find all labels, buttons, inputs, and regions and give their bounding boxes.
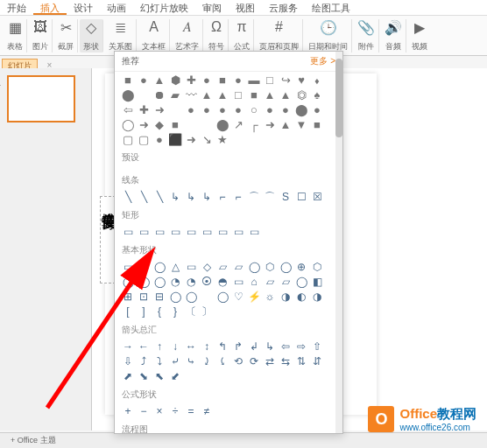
shape-item[interactable]: ◯ — [138, 276, 150, 288]
shape-item[interactable]: ↑ — [153, 340, 166, 353]
shape-item[interactable]: ☼ — [264, 290, 276, 303]
ribbon-关系图[interactable]: ≣关系图 — [105, 19, 137, 52]
shape-item[interactable]: ⦿ — [201, 276, 213, 288]
shape-item[interactable]: ⏣ — [295, 88, 307, 101]
shape-item[interactable]: ⊟ — [153, 290, 166, 303]
shape-item[interactable]: ● — [232, 74, 244, 86]
shape-item[interactable]: ⇆ — [279, 355, 292, 368]
shape-item[interactable]: S — [279, 191, 292, 203]
shape-item[interactable]: ↲ — [248, 340, 260, 353]
ribbon-公式[interactable]: π公式 — [230, 19, 254, 52]
shape-item[interactable]: ▭ — [216, 226, 229, 238]
shape-item[interactable]: ◇ — [201, 261, 213, 273]
shape-item[interactable]: ↕ — [201, 340, 213, 353]
shape-item[interactable]: ⊡ — [138, 290, 150, 303]
shape-item[interactable]: ♥ — [295, 74, 307, 86]
shape-item[interactable]: ⇄ — [264, 355, 276, 368]
shape-item[interactable]: ⤹ — [216, 355, 229, 368]
shape-item[interactable]: 〕 — [201, 305, 213, 318]
shape-item[interactable]: ↗ — [232, 118, 244, 130]
shape-item[interactable]: ⬊ — [138, 370, 150, 382]
shape-item[interactable]: ⤵ — [153, 355, 166, 368]
shape-item[interactable]: ⏺ — [153, 88, 166, 101]
shape-item[interactable] — [185, 118, 197, 130]
shape-item[interactable]: ● — [153, 133, 166, 145]
shape-item[interactable]: □ — [232, 88, 244, 101]
ribbon-艺术字[interactable]: 𝐴艺术字 — [172, 19, 203, 52]
shape-item[interactable]: } — [169, 305, 181, 318]
shape-item[interactable]: ● — [279, 103, 292, 116]
shape-item[interactable]: ⬉ — [153, 370, 166, 382]
ribbon-形状[interactable]: ◇形状 — [80, 19, 103, 52]
shape-item[interactable]: ⌐ — [216, 191, 229, 203]
shape-item[interactable] — [169, 103, 181, 116]
panel-scrollbar[interactable] — [335, 52, 342, 433]
shape-item[interactable]: ] — [138, 305, 150, 318]
shape-item[interactable]: ⟳ — [248, 355, 260, 368]
shape-item[interactable]: ↔ — [185, 340, 197, 353]
shape-item[interactable]: ■ — [248, 88, 260, 101]
shape-item[interactable]: ☐ — [295, 191, 307, 203]
shape-item[interactable]: ▼ — [295, 118, 307, 130]
shape-item[interactable]: ➜ — [185, 133, 197, 145]
shape-item[interactable]: ⌂ — [248, 276, 260, 288]
menu-云服务[interactable]: 云服务 — [262, 0, 305, 15]
shape-item[interactable]: ▲ — [264, 88, 276, 101]
shape-item[interactable]: ┌ — [248, 118, 260, 130]
shape-item[interactable]: ▭ — [122, 226, 134, 238]
shape-item[interactable]: ÷ — [169, 405, 181, 417]
shape-item[interactable]: ╲ — [138, 191, 150, 203]
shape-item[interactable]: ▭ — [248, 226, 260, 238]
shape-item[interactable]: ▭ — [201, 226, 213, 238]
shape-item[interactable]: ● — [138, 74, 150, 86]
shape-item[interactable]: ⬡ — [264, 261, 276, 273]
ribbon-日期和时间[interactable]: 🕒日期和时间 — [305, 19, 352, 52]
shape-item[interactable]: ↪ — [279, 74, 292, 86]
more-link[interactable]: 更多 > — [310, 55, 335, 67]
shape-item[interactable]: ╲ — [122, 191, 134, 203]
shape-item[interactable]: ▱ — [279, 276, 292, 288]
shape-item[interactable]: ⌒ — [264, 191, 276, 203]
shape-item[interactable]: ◯ — [122, 118, 134, 130]
shape-item[interactable]: ▭ — [138, 226, 150, 238]
ribbon-视频[interactable]: ▶视频 — [408, 19, 431, 52]
shape-item[interactable]: ◯ — [185, 290, 197, 303]
shape-item[interactable]: ⬈ — [122, 370, 134, 382]
shape-item[interactable]: ▱ — [232, 261, 244, 273]
shape-item[interactable]: ↳ — [201, 191, 213, 203]
shape-item[interactable]: ● — [216, 103, 229, 116]
shape-item[interactable]: ▭ — [185, 261, 197, 273]
shape-item[interactable]: ⇦ — [122, 103, 134, 116]
shape-item[interactable]: ◓ — [216, 276, 229, 288]
ribbon-符号[interactable]: Ω符号 — [205, 19, 229, 52]
shape-item[interactable]: ▲ — [153, 74, 166, 86]
ribbon-音频[interactable]: 🔊音频 — [381, 19, 406, 52]
shape-item[interactable]: ← — [138, 340, 150, 353]
shape-item[interactable]: ⇩ — [122, 355, 134, 368]
shape-item[interactable]: ⇅ — [295, 355, 307, 368]
shape-item[interactable]: ▰ — [169, 88, 181, 101]
shape-item[interactable]: ○ — [248, 103, 260, 116]
shape-item[interactable]: ☒ — [311, 191, 323, 203]
shape-item[interactable]: ◯ — [248, 261, 260, 273]
shape-item[interactable]: ◔ — [169, 276, 181, 288]
shape-item[interactable]: ↳ — [264, 340, 276, 353]
shape-item[interactable]: ● — [232, 103, 244, 116]
shape-item[interactable]: ♠ — [311, 88, 323, 101]
shape-item[interactable]: ╲ — [153, 191, 166, 203]
shape-item[interactable]: ≠ — [201, 405, 213, 417]
shape-item[interactable]: ▢ — [138, 133, 150, 145]
shape-item[interactable]: ◔ — [185, 276, 197, 288]
shape-item[interactable]: ↓ — [169, 340, 181, 353]
shape-item[interactable]: ⬡ — [311, 261, 323, 273]
shape-item[interactable]: ⌐ — [232, 191, 244, 203]
shape-item[interactable]: ◧ — [311, 276, 323, 288]
shape-item[interactable]: ▭ — [122, 261, 134, 273]
shape-item[interactable]: ◯ — [216, 290, 229, 303]
shape-item[interactable]: ▲ — [201, 88, 213, 101]
shape-item[interactable]: { — [153, 305, 166, 318]
shape-item[interactable]: ◯ — [279, 261, 292, 273]
ribbon-文本框[interactable]: A文本框 — [138, 19, 170, 52]
shape-item[interactable]: ▱ — [264, 276, 276, 288]
shape-item[interactable]: ⇵ — [311, 355, 323, 368]
